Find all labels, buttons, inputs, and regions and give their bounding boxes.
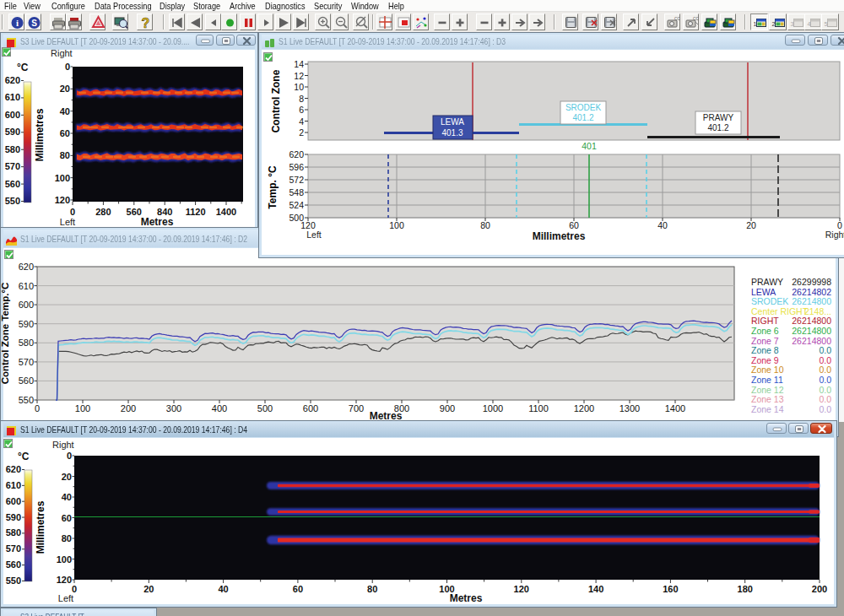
svg-text:1400: 1400 — [216, 207, 236, 217]
svg-text:Left: Left — [60, 217, 75, 226]
svg-text:590: 590 — [19, 319, 34, 329]
svg-text:Left: Left — [306, 230, 322, 240]
svg-text:280: 280 — [95, 207, 111, 217]
svg-text:80: 80 — [60, 150, 70, 160]
svg-text:°C: °C — [17, 62, 29, 73]
svg-text:°C: °C — [18, 451, 30, 462]
svg-text:Left: Left — [58, 593, 73, 603]
svg-text:8: 8 — [299, 94, 304, 104]
svg-text:20: 20 — [62, 472, 72, 482]
svg-text:0.0: 0.0 — [819, 345, 831, 355]
svg-text:620: 620 — [19, 262, 34, 272]
svg-text:0: 0 — [65, 62, 70, 72]
svg-text:SRODEK: SRODEK — [565, 103, 602, 112]
svg-text:590: 590 — [6, 512, 21, 522]
svg-text:Zone 11: Zone 11 — [751, 375, 783, 385]
svg-text:100: 100 — [389, 220, 404, 230]
svg-text:20: 20 — [143, 584, 154, 594]
svg-text:590: 590 — [5, 127, 20, 137]
svg-text:14: 14 — [294, 59, 304, 69]
svg-text:620: 620 — [5, 75, 20, 85]
svg-text:60: 60 — [293, 584, 303, 594]
svg-text:0.0: 0.0 — [819, 365, 831, 375]
svg-text:80: 80 — [367, 584, 377, 594]
svg-text:PRAWY: PRAWY — [751, 277, 783, 287]
svg-text:0.0: 0.0 — [819, 404, 831, 414]
svg-text:2148...: 2148... — [804, 306, 831, 316]
svg-text:1300: 1300 — [619, 403, 640, 413]
svg-text:560: 560 — [127, 207, 142, 217]
svg-text:600: 600 — [19, 300, 34, 310]
svg-text:Zone 6: Zone 6 — [751, 326, 779, 336]
svg-text:570: 570 — [6, 543, 21, 554]
svg-text:Zone 13: Zone 13 — [751, 394, 784, 404]
svg-text:120: 120 — [57, 575, 72, 585]
svg-text:Control Zone: Control Zone — [270, 69, 282, 132]
svg-text:180: 180 — [738, 584, 753, 594]
svg-text:CC: CC — [674, 16, 680, 21]
svg-text:Metres: Metres — [450, 592, 483, 604]
svg-text:80: 80 — [62, 533, 72, 543]
svg-text:400: 400 — [212, 403, 227, 413]
svg-text:Millimetres: Millimetres — [35, 500, 46, 554]
svg-text:100: 100 — [57, 554, 72, 565]
svg-text:Metres: Metres — [370, 410, 403, 420]
svg-text:Zone 8: Zone 8 — [751, 345, 779, 355]
svg-text:S: S — [31, 19, 37, 28]
svg-text:548: 548 — [289, 187, 304, 197]
svg-text:572: 572 — [289, 175, 304, 185]
svg-text:SRODEK: SRODEK — [751, 296, 788, 306]
svg-text:0: 0 — [70, 207, 75, 217]
svg-text:26214800: 26214800 — [792, 296, 831, 306]
svg-text:5: 5 — [825, 21, 828, 27]
svg-text:610: 610 — [6, 480, 21, 490]
svg-text:LEWA: LEWA — [751, 287, 776, 297]
svg-text:40: 40 — [60, 106, 70, 116]
svg-text:4: 4 — [808, 21, 811, 27]
svg-text:120: 120 — [514, 584, 529, 594]
svg-text:3: 3 — [791, 21, 794, 27]
svg-text:401.2: 401.2 — [572, 113, 593, 122]
svg-text:580: 580 — [5, 144, 20, 154]
svg-text:600: 600 — [6, 496, 21, 506]
svg-text:596: 596 — [289, 162, 304, 172]
svg-text:620: 620 — [6, 464, 21, 474]
svg-text:200: 200 — [812, 584, 827, 594]
svg-text:Right: Right — [52, 440, 74, 450]
svg-text:1400: 1400 — [665, 403, 685, 413]
svg-text:560: 560 — [5, 179, 20, 189]
svg-text:20: 20 — [60, 84, 70, 94]
svg-text:560: 560 — [6, 559, 21, 570]
svg-text:570: 570 — [19, 357, 34, 367]
svg-text:140: 140 — [588, 584, 603, 594]
svg-text:620: 620 — [289, 149, 304, 159]
svg-text:Temp. °C: Temp. °C — [267, 165, 279, 209]
svg-text:Zone 14: Zone 14 — [751, 404, 784, 414]
svg-text:500: 500 — [257, 403, 273, 413]
svg-text:80: 80 — [480, 220, 490, 230]
svg-text:580: 580 — [6, 527, 21, 538]
svg-text:560: 560 — [19, 376, 34, 386]
svg-text:26214800: 26214800 — [792, 316, 831, 326]
svg-text:2: 2 — [772, 21, 776, 27]
svg-text:600: 600 — [303, 403, 318, 413]
svg-text:160: 160 — [663, 584, 678, 594]
svg-text:200: 200 — [121, 403, 136, 413]
svg-text:Zone 9: Zone 9 — [751, 355, 779, 365]
svg-text:i: i — [16, 18, 19, 28]
svg-text:6: 6 — [299, 105, 304, 115]
svg-text:580: 580 — [19, 338, 34, 348]
svg-text:RIGHT: RIGHT — [751, 316, 779, 326]
svg-text:100: 100 — [75, 403, 90, 413]
svg-text:Zone 12: Zone 12 — [751, 385, 784, 395]
svg-text:40: 40 — [62, 492, 72, 502]
svg-text:Right: Right — [51, 48, 73, 58]
svg-text:?: ? — [142, 16, 150, 30]
svg-text:0: 0 — [35, 403, 40, 413]
svg-text:1: 1 — [754, 21, 757, 27]
svg-text:0.0: 0.0 — [819, 394, 831, 404]
svg-text:Right: Right — [825, 230, 844, 240]
svg-text:26214802: 26214802 — [792, 287, 831, 297]
svg-text:10: 10 — [294, 82, 304, 92]
svg-text:2: 2 — [299, 127, 304, 138]
